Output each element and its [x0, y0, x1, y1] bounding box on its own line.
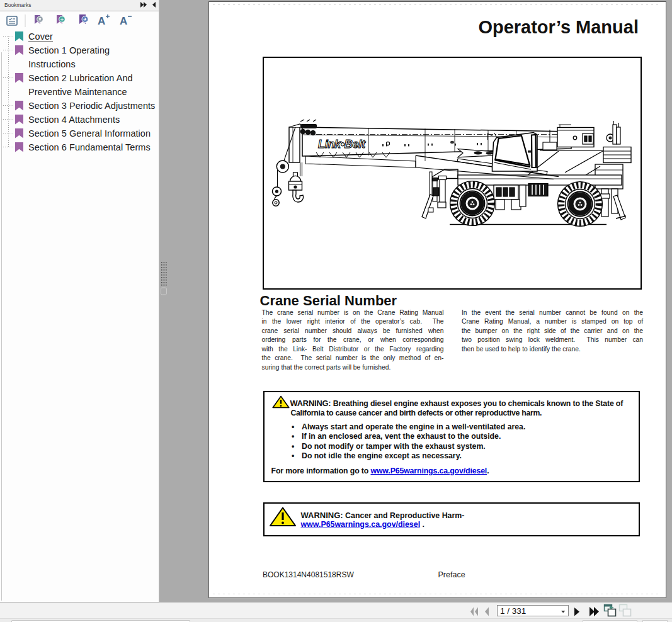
svg-text:1 / 331: 1 / 331	[500, 606, 526, 616]
svg-text:Link•Belt: Link•Belt	[318, 138, 366, 150]
